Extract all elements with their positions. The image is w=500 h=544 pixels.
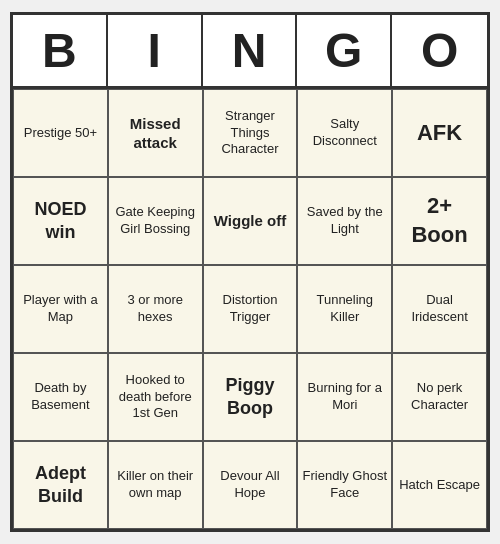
bingo-cell-8[interactable]: Saved by the Light: [297, 177, 392, 265]
bingo-letter-i: I: [108, 15, 203, 86]
bingo-cell-18[interactable]: Burning for a Mori: [297, 353, 392, 441]
cell-text-17: Piggy Boop: [208, 374, 293, 421]
cell-text-16: Hooked to death before 1st Gen: [113, 372, 198, 423]
bingo-cell-3[interactable]: Salty Disconnect: [297, 89, 392, 177]
bingo-cell-21[interactable]: Killer on their own map: [108, 441, 203, 529]
cell-text-8: Saved by the Light: [302, 204, 387, 238]
cell-text-22: Devour All Hope: [208, 468, 293, 502]
cell-text-13: Tunneling Killer: [302, 292, 387, 326]
cell-text-15: Death by Basement: [18, 380, 103, 414]
bingo-cell-13[interactable]: Tunneling Killer: [297, 265, 392, 353]
cell-text-18: Burning for a Mori: [302, 380, 387, 414]
bingo-cell-5[interactable]: NOED win: [13, 177, 108, 265]
bingo-letter-b: B: [13, 15, 108, 86]
bingo-cell-9[interactable]: 2+ Boon: [392, 177, 487, 265]
cell-text-7: Wiggle off: [214, 211, 286, 231]
cell-text-9: 2+ Boon: [397, 192, 482, 249]
cell-text-24: Hatch Escape: [399, 477, 480, 494]
bingo-cell-14[interactable]: Dual Iridescent: [392, 265, 487, 353]
bingo-cell-6[interactable]: Gate Keeping Girl Bossing: [108, 177, 203, 265]
cell-text-2: Stranger Things Character: [208, 108, 293, 159]
cell-text-21: Killer on their own map: [113, 468, 198, 502]
bingo-cell-22[interactable]: Devour All Hope: [203, 441, 298, 529]
cell-text-5: NOED win: [18, 198, 103, 245]
bingo-cell-24[interactable]: Hatch Escape: [392, 441, 487, 529]
bingo-cell-2[interactable]: Stranger Things Character: [203, 89, 298, 177]
cell-text-20: Adept Build: [18, 462, 103, 509]
bingo-cell-7[interactable]: Wiggle off: [203, 177, 298, 265]
bingo-cell-16[interactable]: Hooked to death before 1st Gen: [108, 353, 203, 441]
cell-text-23: Friendly Ghost Face: [302, 468, 387, 502]
bingo-cell-11[interactable]: 3 or more hexes: [108, 265, 203, 353]
cell-text-0: Prestige 50+: [24, 125, 97, 142]
bingo-cell-1[interactable]: Missed attack: [108, 89, 203, 177]
bingo-cell-4[interactable]: AFK: [392, 89, 487, 177]
bingo-cell-20[interactable]: Adept Build: [13, 441, 108, 529]
bingo-cell-12[interactable]: Distortion Trigger: [203, 265, 298, 353]
cell-text-19: No perk Character: [397, 380, 482, 414]
bingo-letter-g: G: [297, 15, 392, 86]
bingo-cell-17[interactable]: Piggy Boop: [203, 353, 298, 441]
bingo-letter-n: N: [203, 15, 298, 86]
bingo-grid: Prestige 50+Missed attackStranger Things…: [13, 89, 487, 529]
cell-text-3: Salty Disconnect: [302, 116, 387, 150]
bingo-cell-19[interactable]: No perk Character: [392, 353, 487, 441]
bingo-letter-o: O: [392, 15, 487, 86]
bingo-header: BINGO: [13, 15, 487, 89]
bingo-cell-0[interactable]: Prestige 50+: [13, 89, 108, 177]
cell-text-12: Distortion Trigger: [208, 292, 293, 326]
bingo-cell-23[interactable]: Friendly Ghost Face: [297, 441, 392, 529]
cell-text-14: Dual Iridescent: [397, 292, 482, 326]
bingo-cell-15[interactable]: Death by Basement: [13, 353, 108, 441]
cell-text-10: Player with a Map: [18, 292, 103, 326]
cell-text-6: Gate Keeping Girl Bossing: [113, 204, 198, 238]
bingo-cell-10[interactable]: Player with a Map: [13, 265, 108, 353]
cell-text-1: Missed attack: [113, 114, 198, 153]
cell-text-4: AFK: [417, 119, 462, 148]
cell-text-11: 3 or more hexes: [113, 292, 198, 326]
bingo-card: BINGO Prestige 50+Missed attackStranger …: [10, 12, 490, 532]
